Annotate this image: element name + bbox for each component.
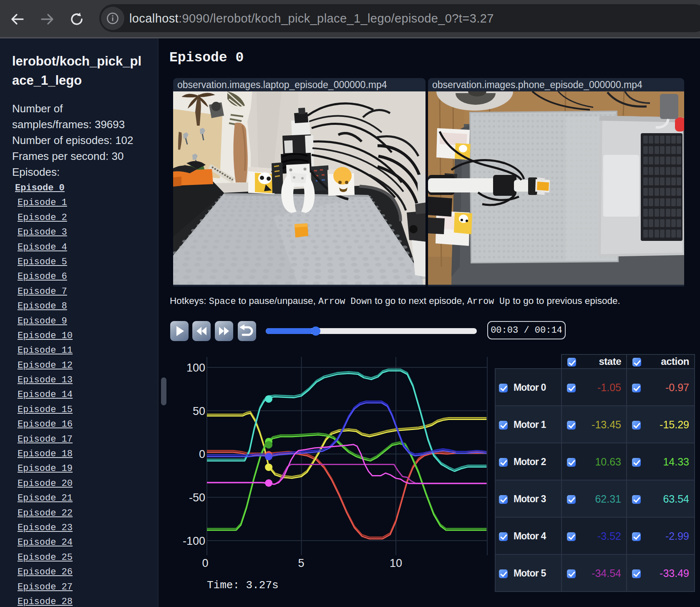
- svg-text:0: 0: [199, 448, 205, 460]
- svg-text:50: 50: [193, 405, 205, 417]
- svg-text:-50: -50: [189, 491, 205, 504]
- svg-text:-100: -100: [183, 535, 205, 547]
- svg-text:100: 100: [186, 362, 205, 374]
- svg-text:0: 0: [202, 557, 208, 569]
- svg-text:5: 5: [298, 557, 304, 569]
- svg-text:10: 10: [390, 557, 402, 569]
